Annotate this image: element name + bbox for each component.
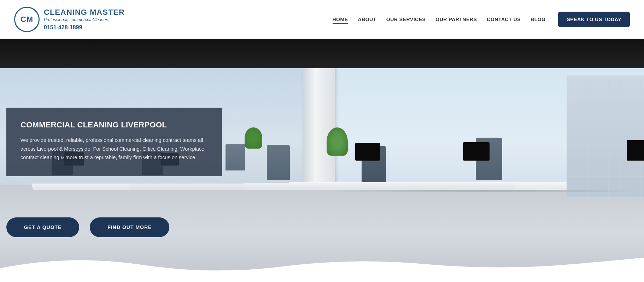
desk-right-2	[244, 183, 516, 190]
plant-right	[327, 127, 348, 156]
nav-link-home[interactable]: HOME	[333, 17, 348, 24]
hero-overlay: COMMERCIAL CLEANING LIVERPOOL We provide…	[6, 108, 222, 176]
nav-link-blog[interactable]: BLOG	[531, 17, 545, 22]
logo-subtitle: Professional, commercial Cleaners	[44, 17, 125, 23]
speak-button[interactable]: SPEAK TO US TODAY	[558, 12, 630, 27]
header: CM CLEANING MASTER Professional, commerc…	[0, 0, 644, 39]
logo-initials: CM	[21, 15, 33, 24]
nav-item-contact[interactable]: CONTACT US	[487, 16, 521, 23]
hero-section: COMMERCIAL CLEANING LIVERPOOL We provide…	[0, 39, 644, 282]
logo-phone: 0151-428-1899	[44, 24, 125, 31]
cta-buttons: GET A QUOTE FIND OUT MORE	[6, 217, 169, 237]
monitor-far-right	[627, 140, 644, 161]
nav-item-about[interactable]: ABOUT	[358, 16, 376, 23]
nav-item-blog[interactable]: BLOG	[531, 16, 545, 23]
nav-link-services[interactable]: OUR SERVICES	[386, 17, 426, 22]
logo-title: CLEANING MASTER	[44, 8, 125, 17]
hero-heading: COMMERCIAL CLEANING LIVERPOOL	[21, 120, 208, 130]
grid-wall	[567, 76, 644, 197]
nav-link-contact[interactable]: CONTACT US	[487, 17, 521, 22]
center-column	[303, 68, 335, 185]
nav-links: HOME ABOUT OUR SERVICES OUR PARTNERS CON…	[333, 16, 546, 23]
plant-left	[245, 127, 262, 149]
chair-right-4	[267, 145, 290, 180]
ceiling	[0, 39, 644, 68]
nav-link-partners[interactable]: OUR PARTNERS	[435, 17, 477, 22]
find-out-more-button[interactable]: FIND OUT MORE	[90, 217, 169, 237]
chair-3	[226, 144, 245, 170]
nav-item-services[interactable]: OUR SERVICES	[386, 16, 426, 23]
nav-item-partners[interactable]: OUR PARTNERS	[435, 16, 477, 23]
monitor-right-3	[355, 143, 380, 161]
logo-circle: CM	[14, 7, 40, 32]
nav-item-home[interactable]: HOME	[333, 16, 348, 23]
logo-area: CM CLEANING MASTER Professional, commerc…	[14, 7, 125, 32]
nav-link-about[interactable]: ABOUT	[358, 17, 376, 22]
hero-wave	[0, 254, 644, 282]
hero-body: We provide trusted, reliable, profession…	[21, 136, 208, 162]
get-quote-button[interactable]: GET A QUOTE	[6, 217, 79, 237]
logo-text-area: CLEANING MASTER Professional, commercial…	[44, 8, 125, 31]
monitor-right-2	[463, 142, 490, 161]
nav: HOME ABOUT OUR SERVICES OUR PARTNERS CON…	[333, 12, 630, 27]
shadow-right	[322, 190, 644, 192]
